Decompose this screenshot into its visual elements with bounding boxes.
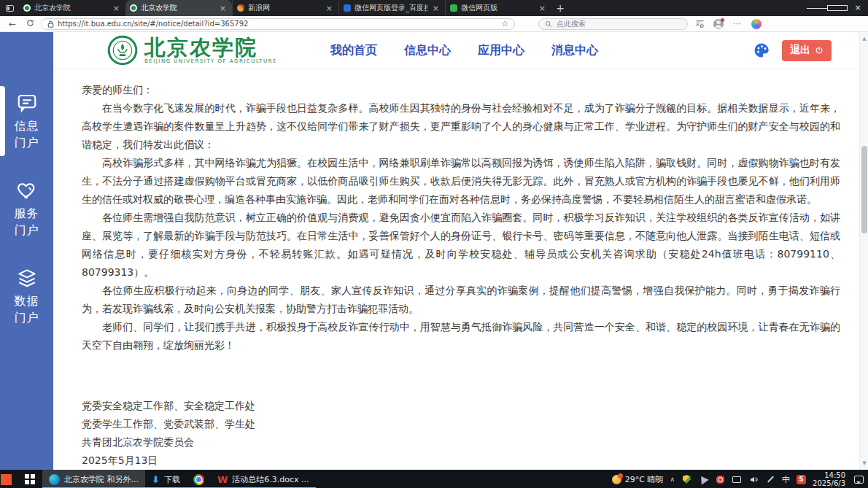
sidebar-item-info-portal[interactable]: 信息 门户 [0, 92, 53, 150]
window-minimize-button[interactable] [807, 0, 827, 16]
taskbar-item-downloads[interactable]: ⬇ 下载 [145, 470, 187, 488]
notice-salutation: 亲爱的师生们： [82, 81, 840, 99]
tab-close-icon[interactable]: × [112, 4, 121, 13]
browser-toolbar: ← https://it.bua.edu.cn/site/#/notice/de… [0, 16, 868, 32]
browser-tab-1[interactable]: 北京农学院 × [19, 0, 125, 16]
address-bar[interactable]: https://it.bua.edu.cn/site/#/notice/deta… [41, 18, 515, 30]
browser-tab-2-active[interactable]: 北京农学院 × [125, 0, 232, 16]
notice-paragraph: 各位师生应积极行动起来，向身边的同学、朋友、家人宣传反诈知识，通过分享真实的诈骗… [82, 282, 840, 318]
sidebar-label: 信息 [15, 118, 39, 133]
bua-favicon-icon [130, 4, 137, 12]
taskbar-item-label: 活动总结6.3.docx ... [232, 474, 309, 485]
bookmark-star-icon[interactable]: ☆ [501, 19, 508, 28]
taskbar-item-edge[interactable]: 北京农学院 和另外... [42, 470, 145, 488]
taskbar-item-label: 下载 [164, 474, 180, 485]
tab-close-icon[interactable]: × [325, 4, 334, 13]
taskbar-corner-icon[interactable] [1, 474, 12, 485]
bua-favicon-icon [23, 4, 31, 12]
alert-red-circle-icon[interactable] [715, 474, 725, 484]
message-icon [16, 92, 38, 114]
taskbar-clock[interactable]: 14:50 2025/6/3 [813, 471, 845, 488]
active-indicator [0, 86, 5, 156]
sidebar-label: 门户 [15, 310, 39, 325]
browser-menu-icon[interactable]: ⋯ [730, 19, 745, 28]
signature-block: 党委安全稳定工作部、安全稳定工作处 党委学生工作部、党委武装部、学生处 共青团北… [82, 397, 840, 470]
nav-info-center[interactable]: 信息中心 [404, 43, 451, 58]
tab-close-icon[interactable]: × [218, 4, 228, 13]
university-emblem-icon [107, 35, 138, 66]
chrome-icon [193, 474, 204, 485]
logout-button[interactable]: 退出 [782, 40, 832, 61]
taskbar-item-label: 北京农学院 和另外... [64, 474, 139, 485]
url-text: https://it.bua.edu.cn/site/#/notice/deta… [58, 20, 497, 28]
windows-taskbar: 北京农学院 和另外... ⬇ 下载 W 活动总结6.3.docx ... 29°… [0, 470, 868, 488]
tab-close-icon[interactable]: × [431, 4, 441, 13]
browser-tab-5[interactable]: 微信网页版 × [445, 0, 551, 16]
action-center-icon[interactable] [854, 476, 864, 484]
nav-my-home[interactable]: 我的首页 [330, 43, 377, 58]
browser-tab-4[interactable]: 微信网页版登录_百度搜索 × [338, 0, 445, 16]
tab-title: 北京农学院 [34, 3, 108, 13]
weather-widget[interactable]: 29°C 晴朗 [612, 474, 664, 485]
tray-expand-chevron-icon[interactable]: ∧ [670, 476, 675, 483]
clock-time: 14:50 [813, 471, 845, 480]
network-monitor-icon[interactable] [732, 474, 742, 484]
logo-english-name: BEIJING UNIVERSITY OF AGRICULTURE [144, 58, 277, 64]
tab-close-icon[interactable]: × [538, 4, 547, 13]
weather-sun-icon [612, 475, 621, 484]
notice-paragraph: 在当今数字化飞速发展的时代，诈骗手段也日益复杂多样。高校师生因其独特的身份与社会… [82, 99, 840, 154]
taskbar-item-wps-doc[interactable]: W 活动总结6.3.docx ... [211, 470, 316, 488]
theme-palette-icon[interactable] [753, 42, 770, 59]
university-logo[interactable]: 北京农学院 BEIJING UNIVERSITY OF AGRICULTURE [107, 35, 277, 66]
tab-title: 新浪网 [248, 3, 321, 13]
edge-icon [49, 474, 60, 485]
window-controls: × [807, 0, 868, 16]
start-button[interactable] [18, 470, 42, 488]
sidebar-label: 门户 [15, 135, 39, 150]
power-icon [815, 46, 824, 55]
nav-message-center[interactable]: 消息中心 [551, 43, 598, 58]
taskbar-item-chrome[interactable] [187, 470, 211, 488]
search-icon [545, 20, 552, 28]
sidebar-label: 数据 [15, 293, 39, 309]
page-viewport: 信息 门户 服务 门户 数据 门户 [0, 32, 868, 470]
new-tab-button[interactable]: + [551, 0, 569, 16]
notice-content: 亲爱的师生们： 在当今数字化飞速发展的时代，诈骗手段也日益复杂多样。高校师生因其… [53, 69, 868, 470]
sogou-input-icon[interactable]: S [797, 475, 806, 484]
signature-line: 党委学生工作部、党委武装部、学生处 [82, 415, 840, 433]
volume-icon[interactable] [748, 474, 759, 484]
header-right: 退出 [753, 40, 868, 61]
usb-pen-icon[interactable] [765, 474, 775, 484]
window-restore-button[interactable] [827, 0, 848, 16]
nav-app-center[interactable]: 应用中心 [478, 43, 524, 58]
back-button[interactable]: ← [6, 19, 19, 29]
scroll-up-arrow-icon[interactable]: ▲ [860, 34, 868, 44]
ime-indicator[interactable]: 中 [782, 474, 790, 485]
sidebar-item-service-portal[interactable]: 服务 门户 [0, 179, 53, 238]
favorites-icon[interactable] [692, 19, 707, 28]
sidebar-item-data-portal[interactable]: 数据 门户 [0, 267, 53, 325]
scroll-down-arrow-icon[interactable]: ▼ [860, 458, 868, 468]
tab-search-icon[interactable] [0, 0, 19, 16]
window-close-button[interactable]: × [848, 0, 868, 16]
notice-paragraph: 高校诈骗形式多样，其中网络诈骗尤为猖獗。在校园生活中，网络兼职刷单诈骗常以高额回… [82, 154, 840, 209]
layers-icon [16, 267, 38, 289]
profile-avatar[interactable] [711, 19, 726, 29]
utility-fan-icon[interactable] [698, 474, 708, 484]
antivirus-shield-icon[interactable] [681, 474, 691, 484]
heart-icon [16, 179, 38, 201]
copilot-icon[interactable] [749, 19, 764, 29]
clock-date: 2025/6/3 [813, 479, 845, 488]
download-arrow-icon: ⬇ [152, 474, 160, 485]
browser-tab-strip: 北京农学院 × 北京农学院 × 新浪网 × 微信网页版登录_百度搜索 × 微信网… [0, 0, 868, 16]
portal-sidebar: 信息 门户 服务 门户 数据 门户 [0, 32, 53, 470]
tab-title: 微信网页版 [461, 3, 534, 13]
logo-chinese-name: 北京农学院 [144, 36, 277, 58]
browser-tab-3[interactable]: 新浪网 × [232, 0, 338, 16]
scrollbar-thumb[interactable] [861, 146, 867, 233]
search-box[interactable]: 点此搜索 [538, 18, 688, 30]
baidu-favicon-icon [344, 4, 351, 12]
refresh-button[interactable] [23, 19, 36, 29]
vertical-scrollbar[interactable]: ▲ ▼ [859, 32, 868, 470]
tab-title: 北京农学院 [141, 3, 214, 13]
